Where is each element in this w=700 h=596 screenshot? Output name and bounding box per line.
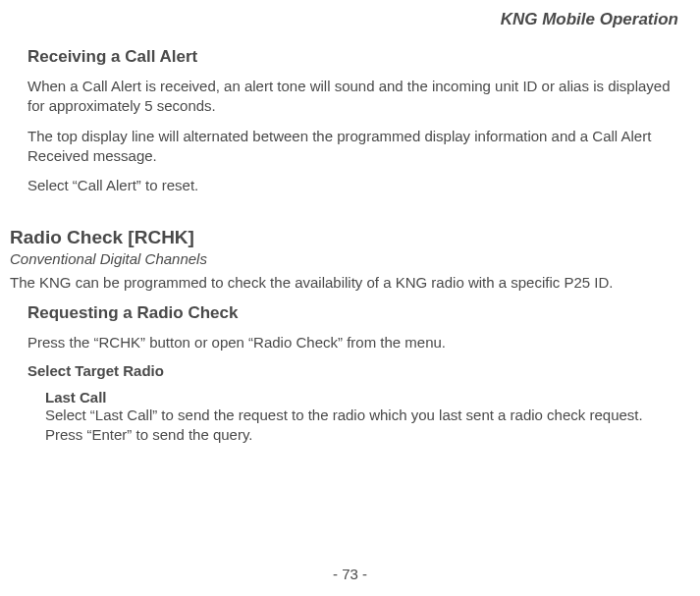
body-para-3: Select “Call Alert” to reset. <box>27 176 682 195</box>
section-radio-check-subtitle: Conventional Digital Channels <box>10 250 682 267</box>
section-radio-check-intro: The KNG can be programmed to check the a… <box>10 273 682 293</box>
page-number: - 73 - <box>0 566 700 582</box>
section-radio-check-heading: Radio Check [RCHK] <box>10 227 682 248</box>
last-call-body: Select “Last Call” to send the request t… <box>45 406 682 446</box>
page-header-title: KNG Mobile Operation <box>10 10 682 29</box>
body-para-2: The top display line will alternated bet… <box>27 127 682 167</box>
body-para-1: When a Call Alert is received, an alert … <box>27 77 682 117</box>
section-receiving-call-alert-heading: Receiving a Call Alert <box>27 47 682 67</box>
subsection-requesting-body: Press the “RCHK” button or open “Radio C… <box>27 333 682 352</box>
last-call-heading: Last Call <box>45 389 682 406</box>
select-target-radio-heading: Select Target Radio <box>27 362 682 379</box>
subsection-requesting-radio-check-heading: Requesting a Radio Check <box>27 303 682 323</box>
